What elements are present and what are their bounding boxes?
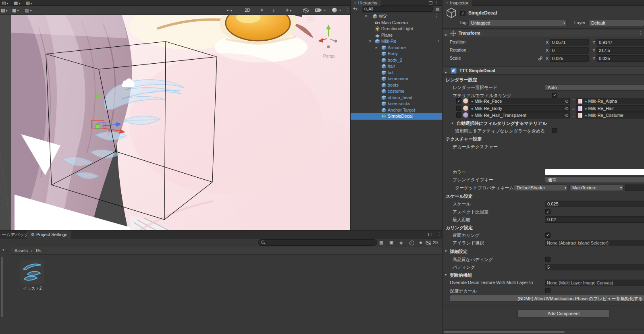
package-icon[interactable]: ▣ — [389, 240, 393, 245]
hierarchy-item-armature[interactable]: ▸Armature — [351, 45, 442, 51]
ttt-simpledecal-header[interactable]: ▾ TTT SimpleDecal — [442, 66, 644, 75]
hierarchy-item-body-2[interactable]: body_2 — [351, 57, 442, 64]
target-extra-field[interactable] — [625, 185, 644, 191]
favorites-star-icon[interactable]: ★ — [419, 240, 423, 245]
object-picker-icon[interactable]: ⊙ — [565, 98, 569, 104]
hierarchy-item-milk-re[interactable]: ▾ Milk-Re › — [351, 38, 442, 45]
hierarchy-item-body[interactable]: Body — [351, 51, 442, 57]
rotation-y-field[interactable]: 217.5 — [596, 47, 644, 54]
foldout-icon[interactable]: ▾ — [365, 13, 367, 20]
hierarchy-item-hair[interactable]: hair — [351, 63, 442, 70]
tab-project-settings[interactable]: ⚙Project Settings — [27, 230, 71, 239]
override-object-field[interactable]: None (Multi Layer Image Canvas) — [545, 280, 644, 286]
label-tag-icon[interactable]: ◈ — [399, 240, 403, 245]
object-picker-icon[interactable]: ⊙ — [565, 106, 569, 111]
target-shader-dropdown[interactable]: DefaultShader▾ — [514, 185, 568, 191]
hierarchy-menu-icon[interactable]: ⋮ — [434, 0, 439, 5]
material-row[interactable]: ●Milk-Re_Body ⊙ ●Milk-Re_Hair — [442, 105, 644, 112]
inspector-tab[interactable]: ≡Inspector — [442, 0, 472, 6]
material-object-field[interactable]: ●Milk-Re_Face ⊙ — [469, 98, 570, 104]
hierarchy-scene-row[interactable]: ▾ WS* ⋮ — [351, 13, 442, 20]
max-distance-field[interactable]: 0.02 — [545, 216, 644, 223]
toggle-2d-button[interactable]: 2D — [245, 7, 250, 14]
advanced-section-row[interactable]: ▾ 詳細設定 — [442, 248, 644, 255]
tab-frame-debug[interactable]: ームデバッグ — [0, 230, 27, 239]
hierarchy-item-directional-light[interactable]: Directional Light — [351, 26, 442, 32]
ndmf-preview-button[interactable]: (NDMF) AfterUVModification-Phase のプレビューを… — [450, 295, 644, 302]
hierarchy-item-boots[interactable]: boots — [351, 82, 442, 89]
position-x-field[interactable]: 0.0571 — [550, 39, 589, 46]
asset-item[interactable]: イラスト2 — [19, 260, 45, 291]
renderer-mode-dropdown[interactable]: Auto — [545, 84, 644, 91]
rail-scrollbar[interactable] — [1, 257, 3, 317]
object-picker-icon[interactable]: ⊙ — [565, 112, 569, 118]
material-object-field[interactable]: ●Milk-Re_Body ⊙ — [469, 105, 570, 112]
foldout-icon[interactable]: ▾ — [445, 273, 447, 277]
hierarchy-item-anchor-target[interactable]: Anchor Target — [351, 107, 442, 114]
camera-settings-button[interactable]: ▾ — [315, 7, 329, 14]
texture-object-field[interactable]: ●Milk-Re_Hair — [576, 105, 644, 112]
scene-viewport[interactable]: Persp — [0, 15, 350, 230]
include-inactive-checkbox[interactable] — [552, 128, 557, 133]
texture-object-field[interactable]: ●Milk-Re_Alpha — [576, 98, 644, 104]
active-checkbox[interactable]: ✓ — [460, 11, 465, 16]
blend-type-dropdown[interactable]: 通常 — [545, 176, 644, 183]
tag-dropdown[interactable]: Untagged▾ — [468, 20, 567, 26]
scene-visibility-button[interactable] — [303, 7, 311, 14]
create-button[interactable]: +▾ — [353, 6, 357, 11]
scene-lighting-button[interactable]: ☀ — [260, 7, 264, 14]
layer-dropdown[interactable]: Default — [588, 20, 644, 26]
project-search-input[interactable] — [258, 239, 377, 246]
grid-snap-button[interactable]: ▦▾ — [12, 7, 19, 14]
hierarchy-item-main-camera[interactable]: Main Camera — [351, 20, 442, 26]
decal-scale-field[interactable]: 0.025 — [545, 201, 644, 207]
scale-y-field[interactable]: 0.025 — [596, 55, 644, 62]
foldout-icon[interactable]: ▸ — [452, 121, 454, 125]
window-restore-icon[interactable] — [428, 233, 432, 236]
add-component-button[interactable]: Add Component — [517, 309, 610, 317]
rotation-x-field[interactable]: 0 — [550, 47, 589, 54]
foldout-icon[interactable]: ▸ — [376, 45, 378, 51]
view-tool-button[interactable]: ▤▾ — [1, 7, 7, 14]
gizmos-button[interactable]: ▾ — [332, 7, 346, 14]
draw-mode-button[interactable]: ◐▾ — [227, 7, 232, 14]
breadcrumb-root[interactable]: Assets — [15, 248, 28, 253]
material-enabled-checkbox[interactable] — [456, 112, 461, 118]
overlay-menu-icon[interactable] — [307, 17, 314, 21]
foldout-icon[interactable]: ▾ — [445, 31, 447, 39]
texture-object-field[interactable]: ●Milk-Re_Costume — [576, 112, 644, 118]
hidden-count-eye-icon[interactable] — [426, 241, 431, 245]
aspect-checkbox[interactable]: ✓ — [545, 209, 551, 214]
color-field[interactable] — [545, 169, 644, 175]
hierarchy-item-kemomimi[interactable]: kemomimi — [351, 76, 442, 82]
scene-toolbar-more-button[interactable]: ⋮ — [346, 7, 350, 14]
backface-checkbox[interactable]: ✓ — [545, 232, 551, 238]
drag-handle[interactable] — [572, 100, 575, 103]
component-menu-icon[interactable]: ⋮ — [638, 29, 643, 37]
material-enabled-checkbox[interactable] — [456, 106, 461, 111]
scrollbar-thumb[interactable] — [444, 331, 565, 333]
drag-handle[interactable] — [572, 107, 575, 110]
foldout-icon[interactable]: ▾ — [445, 249, 447, 253]
material-row[interactable]: ✓ ●Milk-Re_Face ⊙ ●Milk-Re_Alpha — [442, 98, 644, 105]
scale-x-field[interactable]: 0.025 — [550, 55, 589, 62]
transform-header[interactable]: ▾ Transform ⋮ — [442, 29, 644, 37]
layout-grid-icon[interactable]: ▦ — [379, 240, 383, 245]
hierarchy-item-costume[interactable]: costume — [351, 88, 442, 95]
hq-padding-checkbox[interactable] — [545, 257, 551, 262]
panel-menu-icon[interactable]: ⋮ — [437, 231, 441, 236]
material-row[interactable]: ●Milk-Re_Hair_Transparent ⊙ ●Milk-Re_Cos… — [442, 112, 644, 119]
hierarchy-tab[interactable]: ≡Hierarchy — [351, 0, 381, 6]
hierarchy-item-simpledecal[interactable]: SimpleDecal — [351, 113, 442, 120]
hierarchy-filter-icon[interactable]: ▦ — [436, 6, 440, 12]
foldout-icon[interactable]: ▾ — [445, 69, 447, 77]
hierarchy-item-tail[interactable]: tail — [351, 70, 442, 76]
hierarchy-search-input[interactable]: All — [362, 6, 433, 12]
padding-field[interactable]: 5 — [545, 264, 644, 270]
breadcrumb-current[interactable]: Rs — [36, 248, 41, 253]
inspector-horizontal-scrollbar[interactable] — [442, 329, 644, 334]
effects-button[interactable]: ✳▾ — [285, 7, 291, 14]
rail-foldout-icon[interactable]: ▾ — [2, 248, 4, 252]
prefab-open-chevron-icon[interactable]: › — [438, 38, 439, 45]
auto-select-row[interactable]: ▸ 自動選択時にフィルタリングするマテリアル — [442, 120, 644, 127]
